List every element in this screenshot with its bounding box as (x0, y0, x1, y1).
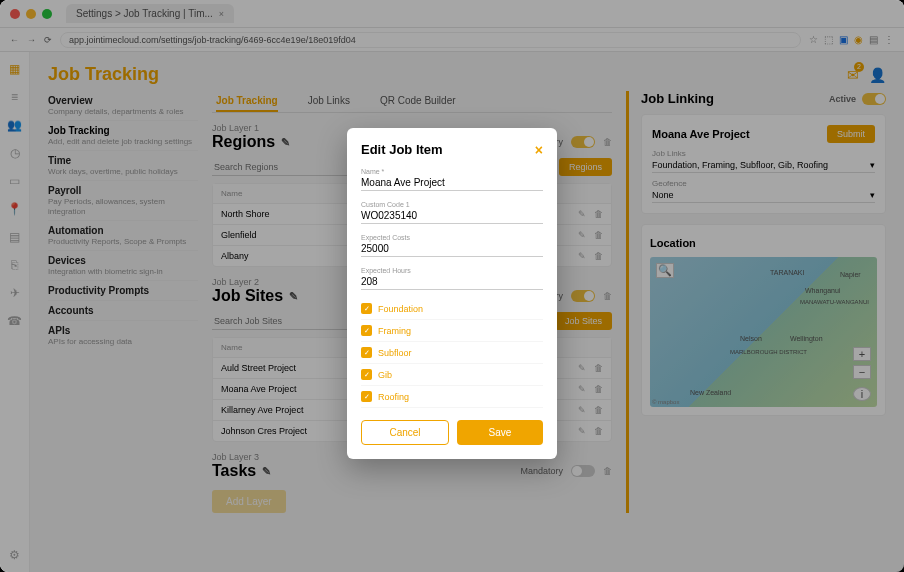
check-gib[interactable]: ✓Gib (361, 364, 543, 386)
field-name-label: Name * (361, 168, 543, 175)
check-foundation[interactable]: ✓Foundation (361, 298, 543, 320)
checkbox-icon: ✓ (361, 325, 372, 336)
check-subfloor[interactable]: ✓Subfloor (361, 342, 543, 364)
field-hours-input[interactable]: 208 (361, 274, 543, 290)
check-framing[interactable]: ✓Framing (361, 320, 543, 342)
edit-job-modal: Edit Job Item × Name *Moana Ave Project … (347, 128, 557, 459)
modal-overlay[interactable]: Edit Job Item × Name *Moana Ave Project … (0, 0, 904, 572)
field-code-label: Custom Code 1 (361, 201, 543, 208)
save-button[interactable]: Save (457, 420, 543, 445)
check-roofing[interactable]: ✓Roofing (361, 386, 543, 408)
field-costs-input[interactable]: 25000 (361, 241, 543, 257)
field-hours-label: Expected Hours (361, 267, 543, 274)
field-costs-label: Expected Costs (361, 234, 543, 241)
field-code-input[interactable]: WO0235140 (361, 208, 543, 224)
modal-title: Edit Job Item (361, 142, 443, 158)
checkbox-icon: ✓ (361, 391, 372, 402)
checkbox-icon: ✓ (361, 303, 372, 314)
field-name-input[interactable]: Moana Ave Project (361, 175, 543, 191)
checkbox-icon: ✓ (361, 369, 372, 380)
modal-close-icon[interactable]: × (535, 142, 543, 158)
checkbox-icon: ✓ (361, 347, 372, 358)
cancel-button[interactable]: Cancel (361, 420, 449, 445)
